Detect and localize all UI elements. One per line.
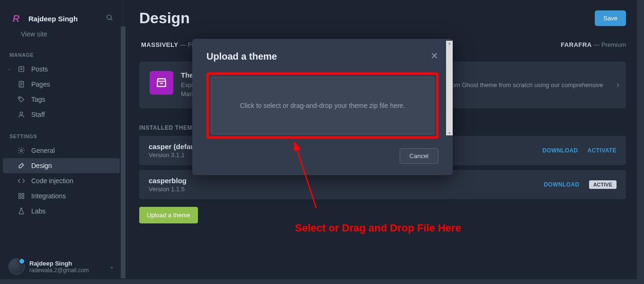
- site-title: Rajdeep Singh: [28, 15, 100, 23]
- sidebar-item-label: General: [31, 147, 55, 154]
- sidebar-item-label: Pages: [31, 80, 50, 88]
- sidebar-item-label: Integrations: [31, 192, 66, 200]
- view-site-label: View site: [21, 30, 47, 38]
- modal-header: Upload a theme ✕: [206, 51, 438, 62]
- gear-icon: [17, 147, 26, 154]
- close-icon[interactable]: ✕: [430, 51, 438, 61]
- modal-scrollbar[interactable]: ▴ ▾: [446, 41, 453, 135]
- page-header: Design Save: [139, 9, 626, 27]
- theme-tier: — Premium: [593, 41, 626, 48]
- sidebar-item-integrations[interactable]: Integrations: [0, 188, 123, 204]
- sidebar-item-staff[interactable]: Staff: [0, 107, 123, 122]
- svg-point-10: [20, 112, 22, 115]
- active-badge: ACTIVE: [589, 180, 617, 189]
- site-logo: R: [9, 12, 23, 25]
- theme-meta: casperblog Version 1.1.5: [149, 177, 187, 193]
- integrations-icon: [17, 192, 26, 200]
- window-scrollbar-horizontal[interactable]: [0, 279, 644, 284]
- download-button[interactable]: DOWNLOAD: [544, 181, 579, 188]
- svg-rect-13: [22, 194, 24, 195]
- download-button[interactable]: DOWNLOAD: [542, 147, 578, 154]
- sidebar-section-manage: MANAGE: [0, 41, 123, 62]
- theme-name: casperblog: [149, 177, 187, 185]
- sidebar-item-labs[interactable]: Labs: [0, 204, 123, 219]
- sidebar-scrollbar[interactable]: [121, 27, 125, 278]
- scroll-down-icon[interactable]: ▾: [446, 131, 453, 135]
- svg-point-9: [19, 98, 20, 99]
- page-title: Design: [139, 9, 190, 27]
- user-info: Rajdeep Singh radewala.2@gmail.com: [29, 260, 105, 274]
- sidebar-item-pages[interactable]: Pages: [0, 77, 123, 92]
- sidebar-item-tags[interactable]: Tags: [0, 92, 123, 107]
- sidebar-view-site[interactable]: View site: [0, 27, 123, 41]
- sidebar-item-label: Design: [31, 162, 52, 169]
- save-button[interactable]: Save: [595, 10, 626, 26]
- theme-version: Version 1.1.5: [149, 186, 187, 193]
- svg-point-11: [20, 150, 22, 151]
- sidebar-item-label: Labs: [31, 207, 45, 215]
- sidebar-item-code-injection[interactable]: Code injection: [0, 173, 123, 188]
- theme-name: MASSIVELY: [141, 41, 178, 48]
- activate-button[interactable]: ACTIVATE: [588, 147, 617, 154]
- theme-dropzone[interactable]: Click to select or drag-and-drop your th…: [211, 77, 434, 134]
- code-icon: [17, 177, 26, 185]
- user-name: Rajdeep Singh: [29, 260, 105, 267]
- avatar: [9, 258, 25, 275]
- upload-theme-modal: Upload a theme ✕ Click to select or drag…: [192, 39, 453, 175]
- modal-title: Upload a theme: [206, 51, 277, 62]
- theme-actions: DOWNLOAD ACTIVE: [544, 180, 617, 189]
- svg-rect-12: [19, 194, 21, 195]
- pages-icon: [17, 80, 26, 88]
- sidebar-section-settings: SETTINGS: [0, 122, 123, 143]
- brush-icon: [17, 162, 26, 169]
- search-icon[interactable]: [106, 14, 113, 23]
- upload-theme-button[interactable]: Upload a theme: [139, 207, 198, 223]
- chevron-right-icon: ›: [617, 80, 619, 90]
- sidebar-item-design[interactable]: Design: [3, 158, 120, 173]
- scroll-up-icon[interactable]: ▴: [446, 41, 453, 45]
- theme-label-massively: MASSIVELY — Free: [141, 41, 200, 48]
- window-scrollbar-vertical[interactable]: [637, 0, 644, 284]
- svg-rect-15: [22, 196, 24, 198]
- svg-rect-14: [19, 196, 21, 198]
- sidebar-item-label: Tags: [31, 96, 45, 103]
- modal-footer: Cancel: [206, 148, 438, 164]
- sidebar-item-label: Staff: [31, 111, 45, 118]
- tag-icon: [17, 96, 26, 103]
- svg-line-1: [111, 19, 112, 20]
- posts-icon: [17, 65, 26, 73]
- sidebar-item-posts[interactable]: › Posts: [0, 62, 123, 77]
- cancel-button[interactable]: Cancel: [400, 148, 438, 164]
- chevron-right-icon: ›: [9, 67, 10, 72]
- svg-point-0: [107, 15, 111, 19]
- sidebar-item-label: Posts: [31, 65, 48, 73]
- staff-icon: [17, 111, 26, 118]
- theme-name: FARAFRA: [561, 41, 592, 48]
- marketplace-icon: [150, 71, 173, 95]
- sidebar-item-general[interactable]: General: [0, 143, 123, 158]
- sidebar-item-label: Code injection: [31, 177, 73, 185]
- theme-label-farafra: FARAFRA — Premium: [561, 41, 626, 48]
- theme-actions: DOWNLOAD ACTIVATE: [542, 147, 617, 154]
- sidebar: R Rajdeep Singh View site MANAGE › Posts…: [0, 0, 123, 284]
- user-email: radewala.2@gmail.com: [29, 267, 105, 274]
- dropzone-text: Click to select or drag-and-drop your th…: [240, 102, 405, 109]
- chevron-down-icon: ⌄: [109, 263, 114, 270]
- labs-icon: [17, 207, 26, 215]
- dropzone-annotation-border: Click to select or drag-and-drop your th…: [206, 72, 438, 139]
